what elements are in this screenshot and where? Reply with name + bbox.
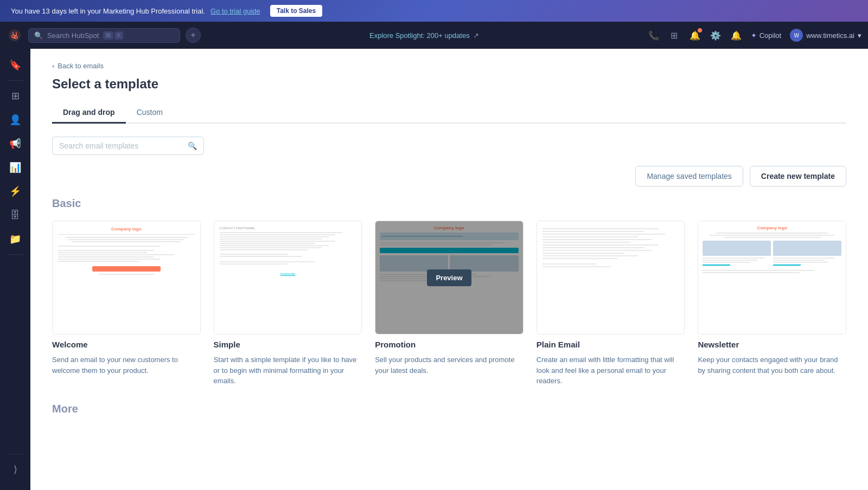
template-search-bar[interactable]: 🔍 (52, 137, 204, 155)
tab-drag-and-drop[interactable]: Drag and drop (52, 102, 126, 124)
hubspot-logo[interactable] (7, 27, 23, 43)
template-desc-plain: Create an email with little formatting t… (537, 354, 685, 386)
notification-badge (698, 28, 702, 33)
template-name-simple: Simple (214, 340, 362, 349)
template-preview-promotion[interactable]: Company logo (375, 221, 524, 334)
preview-button-welcome[interactable]: Preview (104, 269, 148, 286)
settings-icon[interactable]: ⚙️ (710, 29, 722, 41)
back-link-text: Back to emails (58, 62, 104, 70)
sidebar-item-marketing[interactable]: 📢 (4, 133, 26, 154)
search-input[interactable] (59, 141, 183, 150)
sidebar: 🔖 ⊞ 👤 📢 📊 ⚡ 🗄 📁 ⟩ (0, 49, 30, 490)
template-preview-welcome[interactable]: Company logo (52, 221, 201, 334)
template-desc-simple: Start with a simple template if you like… (214, 354, 362, 386)
user-menu-button[interactable]: W www.timetics.ai ▾ (790, 29, 861, 42)
avatar: W (790, 29, 803, 42)
phone-icon[interactable]: 📞 (648, 29, 660, 41)
trial-guide-link[interactable]: Go to trial guide (210, 7, 260, 15)
template-card-plain[interactable]: Preview Plain Email Create an email with… (537, 221, 685, 386)
page-title: Select a template (52, 76, 846, 92)
nav-right: 📞 ⊞ 🔔 ⚙️ 🔔 ✦ Copilot W www.timetics.ai ▾ (648, 29, 861, 42)
template-desc-welcome: Send an email to your new customers to w… (52, 354, 201, 376)
sidebar-item-bookmarks[interactable]: 🔖 (4, 54, 26, 76)
user-site: www.timetics.ai (806, 31, 854, 40)
template-name-promotion: Promotion (375, 340, 524, 349)
explore-spotlight-link[interactable]: Explore Spotlight: 200+ updates (369, 31, 470, 40)
template-name-newsletter: Newsletter (698, 340, 846, 349)
template-card-simple[interactable]: CONTACT FIRSTNAME, (214, 221, 362, 386)
nav-center: Explore Spotlight: 200+ updates ↗ (206, 31, 642, 40)
search-icon: 🔍 (188, 141, 197, 150)
create-button[interactable]: + (186, 28, 201, 43)
main-content: ‹ Back to emails Select a template Drag … (30, 49, 868, 490)
sidebar-divider-2 (7, 254, 23, 255)
tab-custom[interactable]: Custom (126, 102, 174, 124)
back-arrow-icon: ‹ (52, 62, 54, 70)
template-preview-simple[interactable]: CONTACT FIRSTNAME, (214, 221, 362, 334)
template-card-welcome[interactable]: Company logo (52, 221, 201, 386)
template-name-welcome: Welcome (52, 340, 201, 349)
preview-overlay-promotion[interactable]: Preview (375, 221, 523, 334)
chevron-down-icon: ▾ (858, 31, 861, 40)
copilot-icon: ✦ (751, 31, 757, 40)
trial-text: You have 13 days left in your Marketing … (11, 7, 205, 15)
preview-button-plain[interactable]: Preview (589, 269, 633, 286)
global-search-bar[interactable]: 🔍 Search HubSpot ⌘K (28, 28, 180, 43)
action-row: Manage saved templates Create new templa… (52, 166, 846, 186)
grid-icon[interactable]: ⊞ (668, 29, 680, 41)
copilot-label: Copilot (760, 31, 781, 40)
template-tabs: Drag and drop Custom (52, 102, 846, 124)
template-card-newsletter[interactable]: Company logo (698, 221, 846, 386)
copilot-button[interactable]: ✦ Copilot (751, 31, 781, 40)
sidebar-item-workflows[interactable]: ⚡ (4, 180, 26, 202)
sidebar-item-dashboard[interactable]: ⊞ (4, 85, 26, 107)
trial-banner: You have 13 days left in your Marketing … (0, 0, 868, 22)
manage-saved-templates-button[interactable]: Manage saved templates (635, 166, 743, 186)
template-card-promotion[interactable]: Company logo (375, 221, 524, 386)
preview-button-promotion[interactable]: Preview (427, 269, 471, 286)
alerts-icon[interactable]: 🔔 (730, 29, 742, 41)
template-desc-newsletter: Keep your contacts engaged with your bra… (698, 354, 846, 376)
search-placeholder: Search HubSpot (47, 31, 99, 40)
sidebar-item-expand[interactable]: ⟩ (4, 459, 26, 480)
search-icon: 🔍 (34, 31, 43, 40)
preview-button-newsletter[interactable]: Preview (750, 269, 794, 286)
sidebar-item-contacts[interactable]: 👤 (4, 109, 26, 131)
keyboard-shortcut: ⌘K (103, 31, 123, 40)
template-preview-plain[interactable]: Preview (537, 221, 685, 334)
template-preview-newsletter[interactable]: Company logo (698, 221, 846, 334)
template-name-plain: Plain Email (537, 340, 685, 349)
sidebar-divider-3 (7, 454, 23, 454)
more-section-title: More (52, 403, 846, 415)
search-container: 🔍 (52, 137, 846, 155)
sidebar-bottom: ⟩ (4, 452, 26, 485)
basic-section-title: Basic (52, 197, 846, 210)
sidebar-item-data[interactable]: 🗄 (4, 204, 26, 226)
back-link[interactable]: ‹ Back to emails (52, 62, 846, 70)
top-nav: 🔍 Search HubSpot ⌘K + Explore Spotlight:… (0, 22, 868, 49)
external-link-icon: ↗ (473, 31, 479, 40)
sidebar-divider-1 (7, 80, 23, 81)
create-new-template-button[interactable]: Create new template (750, 166, 846, 186)
talk-to-sales-button[interactable]: Talk to Sales (270, 5, 322, 17)
notifications-icon[interactable]: 🔔 (689, 29, 701, 41)
sidebar-item-files[interactable]: 📁 (4, 228, 26, 250)
app-body: 🔖 ⊞ 👤 📢 📊 ⚡ 🗄 📁 ⟩ ‹ Back to emails Selec… (0, 49, 868, 490)
template-desc-promotion: Sell your products and services and prom… (375, 354, 524, 376)
template-grid: Company logo (52, 221, 846, 386)
sidebar-item-reports[interactable]: 📊 (4, 157, 26, 178)
preview-button-simple[interactable]: Preview (266, 269, 310, 286)
